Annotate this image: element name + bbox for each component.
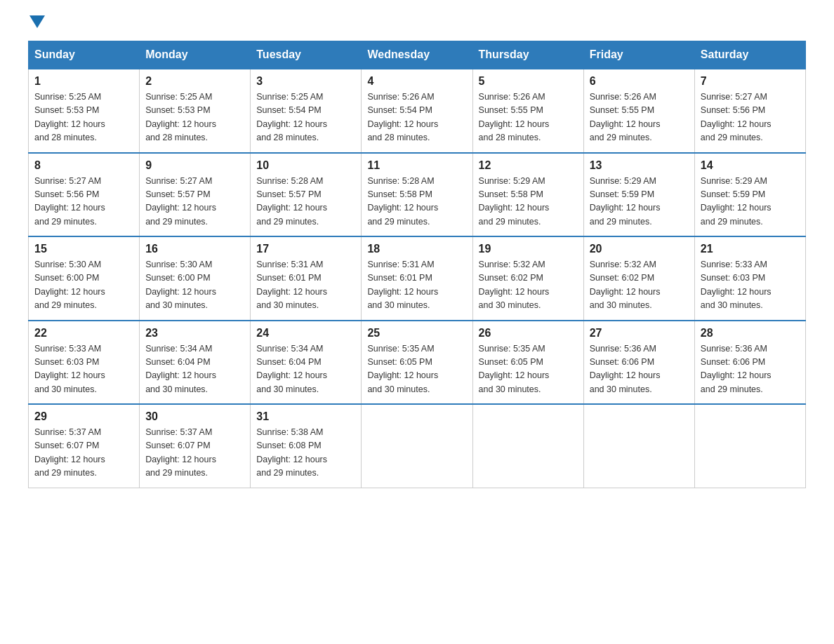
day-info: Sunrise: 5:28 AM Sunset: 5:58 PM Dayligh… xyxy=(367,175,466,229)
empty-cell xyxy=(362,404,472,488)
calendar-day-cell: 2 Sunrise: 5:25 AM Sunset: 5:53 PM Dayli… xyxy=(140,69,251,153)
day-info: Sunrise: 5:25 AM Sunset: 5:53 PM Dayligh… xyxy=(34,90,133,145)
day-info: Sunrise: 5:25 AM Sunset: 5:53 PM Dayligh… xyxy=(145,90,244,145)
calendar-day-cell: 13 Sunrise: 5:29 AM Sunset: 5:59 PM Dayl… xyxy=(583,153,694,237)
day-number: 22 xyxy=(34,327,133,340)
calendar-day-cell: 15 Sunrise: 5:30 AM Sunset: 6:00 PM Dayl… xyxy=(29,236,140,321)
empty-cell xyxy=(694,404,805,488)
day-info: Sunrise: 5:33 AM Sunset: 6:03 PM Dayligh… xyxy=(701,258,800,313)
day-number: 19 xyxy=(479,243,578,255)
empty-cell xyxy=(472,404,583,488)
day-info: Sunrise: 5:30 AM Sunset: 6:00 PM Dayligh… xyxy=(145,258,244,313)
day-info: Sunrise: 5:37 AM Sunset: 6:07 PM Dayligh… xyxy=(145,426,244,481)
day-info: Sunrise: 5:36 AM Sunset: 6:06 PM Dayligh… xyxy=(701,342,800,397)
column-header-thursday: Thursday xyxy=(472,41,583,69)
calendar-day-cell: 27 Sunrise: 5:36 AM Sunset: 6:06 PM Dayl… xyxy=(583,321,694,405)
day-info: Sunrise: 5:27 AM Sunset: 5:56 PM Dayligh… xyxy=(701,90,800,145)
day-info: Sunrise: 5:27 AM Sunset: 5:57 PM Dayligh… xyxy=(145,175,244,229)
day-info: Sunrise: 5:26 AM Sunset: 5:55 PM Dayligh… xyxy=(479,90,578,145)
day-info: Sunrise: 5:28 AM Sunset: 5:57 PM Dayligh… xyxy=(256,175,355,229)
day-number: 14 xyxy=(701,159,800,172)
day-number: 12 xyxy=(479,159,578,172)
day-number: 15 xyxy=(34,243,133,255)
day-info: Sunrise: 5:29 AM Sunset: 5:59 PM Dayligh… xyxy=(590,175,689,229)
calendar-day-cell: 14 Sunrise: 5:29 AM Sunset: 5:59 PM Dayl… xyxy=(694,153,805,237)
calendar-day-cell: 28 Sunrise: 5:36 AM Sunset: 6:06 PM Dayl… xyxy=(694,321,805,405)
day-info: Sunrise: 5:37 AM Sunset: 6:07 PM Dayligh… xyxy=(34,426,133,481)
day-number: 25 xyxy=(367,327,466,340)
day-info: Sunrise: 5:38 AM Sunset: 6:08 PM Dayligh… xyxy=(256,426,355,481)
day-info: Sunrise: 5:26 AM Sunset: 5:55 PM Dayligh… xyxy=(590,90,689,145)
day-number: 3 xyxy=(256,75,355,88)
calendar-day-cell: 20 Sunrise: 5:32 AM Sunset: 6:02 PM Dayl… xyxy=(583,236,694,321)
day-number: 17 xyxy=(256,243,355,255)
day-info: Sunrise: 5:32 AM Sunset: 6:02 PM Dayligh… xyxy=(590,258,689,313)
day-number: 16 xyxy=(145,243,244,255)
calendar-day-cell: 5 Sunrise: 5:26 AM Sunset: 5:55 PM Dayli… xyxy=(472,69,583,153)
calendar-day-cell: 8 Sunrise: 5:27 AM Sunset: 5:56 PM Dayli… xyxy=(29,153,140,237)
calendar-day-cell: 18 Sunrise: 5:31 AM Sunset: 6:01 PM Dayl… xyxy=(362,236,472,321)
calendar-day-cell: 10 Sunrise: 5:28 AM Sunset: 5:57 PM Dayl… xyxy=(251,153,362,237)
calendar-day-cell: 12 Sunrise: 5:29 AM Sunset: 5:58 PM Dayl… xyxy=(472,153,583,237)
day-info: Sunrise: 5:34 AM Sunset: 6:04 PM Dayligh… xyxy=(145,342,244,397)
calendar-day-cell: 25 Sunrise: 5:35 AM Sunset: 6:05 PM Dayl… xyxy=(362,321,472,405)
day-number: 11 xyxy=(367,159,466,172)
column-header-friday: Friday xyxy=(583,41,694,69)
day-number: 5 xyxy=(479,75,578,88)
calendar-week-row: 22 Sunrise: 5:33 AM Sunset: 6:03 PM Dayl… xyxy=(29,321,806,405)
day-info: Sunrise: 5:26 AM Sunset: 5:54 PM Dayligh… xyxy=(367,90,466,145)
day-number: 30 xyxy=(145,410,244,423)
calendar-day-cell: 17 Sunrise: 5:31 AM Sunset: 6:01 PM Dayl… xyxy=(251,236,362,321)
day-number: 28 xyxy=(701,327,800,340)
column-header-wednesday: Wednesday xyxy=(362,41,472,69)
day-info: Sunrise: 5:34 AM Sunset: 6:04 PM Dayligh… xyxy=(256,342,355,397)
calendar-day-cell: 22 Sunrise: 5:33 AM Sunset: 6:03 PM Dayl… xyxy=(29,321,140,405)
day-info: Sunrise: 5:25 AM Sunset: 5:54 PM Dayligh… xyxy=(256,90,355,145)
logo xyxy=(28,21,45,27)
calendar-day-cell: 9 Sunrise: 5:27 AM Sunset: 5:57 PM Dayli… xyxy=(140,153,251,237)
day-number: 10 xyxy=(256,159,355,172)
calendar-week-row: 15 Sunrise: 5:30 AM Sunset: 6:00 PM Dayl… xyxy=(29,236,806,321)
calendar-day-cell: 31 Sunrise: 5:38 AM Sunset: 6:08 PM Dayl… xyxy=(251,404,362,488)
day-info: Sunrise: 5:32 AM Sunset: 6:02 PM Dayligh… xyxy=(479,258,578,313)
column-header-saturday: Saturday xyxy=(694,41,805,69)
day-info: Sunrise: 5:35 AM Sunset: 6:05 PM Dayligh… xyxy=(479,342,578,397)
calendar-day-cell: 6 Sunrise: 5:26 AM Sunset: 5:55 PM Dayli… xyxy=(583,69,694,153)
column-header-monday: Monday xyxy=(140,41,251,69)
calendar-day-cell: 30 Sunrise: 5:37 AM Sunset: 6:07 PM Dayl… xyxy=(140,404,251,488)
day-number: 21 xyxy=(701,243,800,255)
calendar-day-cell: 21 Sunrise: 5:33 AM Sunset: 6:03 PM Dayl… xyxy=(694,236,805,321)
calendar-day-cell: 23 Sunrise: 5:34 AM Sunset: 6:04 PM Dayl… xyxy=(140,321,251,405)
day-info: Sunrise: 5:29 AM Sunset: 5:59 PM Dayligh… xyxy=(701,175,800,229)
day-number: 8 xyxy=(34,159,133,172)
day-info: Sunrise: 5:36 AM Sunset: 6:06 PM Dayligh… xyxy=(590,342,689,397)
calendar-day-cell: 29 Sunrise: 5:37 AM Sunset: 6:07 PM Dayl… xyxy=(29,404,140,488)
day-info: Sunrise: 5:33 AM Sunset: 6:03 PM Dayligh… xyxy=(34,342,133,397)
logo-triangle-icon xyxy=(29,15,45,31)
day-number: 4 xyxy=(367,75,466,88)
column-header-sunday: Sunday xyxy=(29,41,140,69)
column-header-tuesday: Tuesday xyxy=(251,41,362,69)
day-number: 27 xyxy=(590,327,689,340)
day-number: 2 xyxy=(145,75,244,88)
svg-marker-0 xyxy=(29,15,45,28)
calendar-day-cell: 4 Sunrise: 5:26 AM Sunset: 5:54 PM Dayli… xyxy=(362,69,472,153)
day-info: Sunrise: 5:31 AM Sunset: 6:01 PM Dayligh… xyxy=(256,258,355,313)
day-number: 23 xyxy=(145,327,244,340)
day-info: Sunrise: 5:27 AM Sunset: 5:56 PM Dayligh… xyxy=(34,175,133,229)
calendar-day-cell: 3 Sunrise: 5:25 AM Sunset: 5:54 PM Dayli… xyxy=(251,69,362,153)
day-number: 26 xyxy=(479,327,578,340)
day-number: 7 xyxy=(701,75,800,88)
calendar-day-cell: 24 Sunrise: 5:34 AM Sunset: 6:04 PM Dayl… xyxy=(251,321,362,405)
day-info: Sunrise: 5:30 AM Sunset: 6:00 PM Dayligh… xyxy=(34,258,133,313)
calendar-week-row: 29 Sunrise: 5:37 AM Sunset: 6:07 PM Dayl… xyxy=(29,404,806,488)
calendar-day-cell: 7 Sunrise: 5:27 AM Sunset: 5:56 PM Dayli… xyxy=(694,69,805,153)
calendar-day-cell: 1 Sunrise: 5:25 AM Sunset: 5:53 PM Dayli… xyxy=(29,69,140,153)
day-info: Sunrise: 5:35 AM Sunset: 6:05 PM Dayligh… xyxy=(367,342,466,397)
calendar-header-row: SundayMondayTuesdayWednesdayThursdayFrid… xyxy=(29,41,806,69)
calendar-day-cell: 19 Sunrise: 5:32 AM Sunset: 6:02 PM Dayl… xyxy=(472,236,583,321)
calendar-day-cell: 16 Sunrise: 5:30 AM Sunset: 6:00 PM Dayl… xyxy=(140,236,251,321)
day-info: Sunrise: 5:31 AM Sunset: 6:01 PM Dayligh… xyxy=(367,258,466,313)
day-number: 1 xyxy=(34,75,133,88)
calendar-week-row: 1 Sunrise: 5:25 AM Sunset: 5:53 PM Dayli… xyxy=(29,69,806,153)
